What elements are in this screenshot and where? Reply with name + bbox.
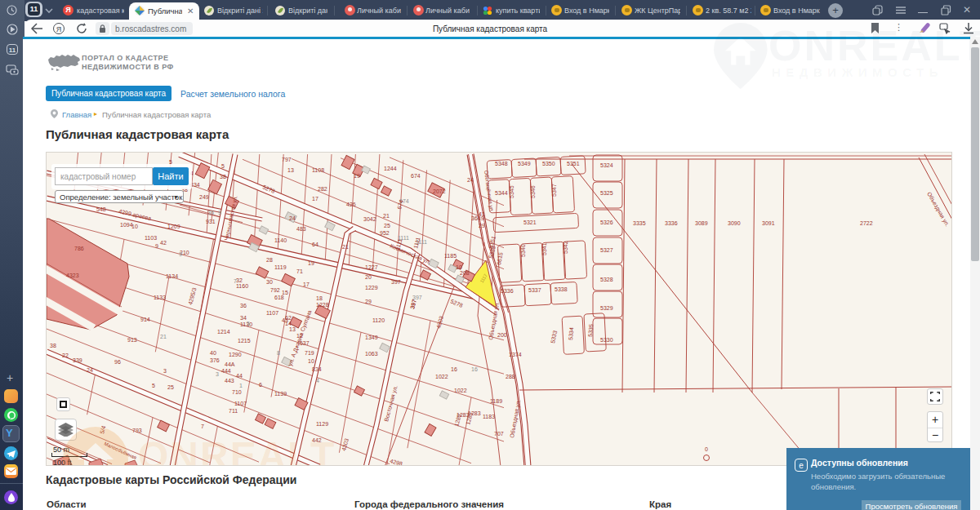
svg-text:1107: 1107 xyxy=(234,401,247,406)
svg-text:3336: 3336 xyxy=(665,220,678,226)
svg-text:24: 24 xyxy=(289,215,296,221)
svg-text:376: 376 xyxy=(210,357,220,363)
svg-text:1290: 1290 xyxy=(229,352,242,357)
svg-text:ONREALT: ONREALT xyxy=(138,434,336,466)
svg-text:711: 711 xyxy=(229,408,238,414)
svg-text:5327: 5327 xyxy=(600,247,613,253)
svg-text:397: 397 xyxy=(391,279,401,285)
svg-text:2072: 2072 xyxy=(433,188,446,194)
svg-text:5321: 5321 xyxy=(523,220,537,225)
svg-text:14: 14 xyxy=(285,321,292,326)
svg-text:62: 62 xyxy=(285,315,292,321)
svg-text:5336: 5336 xyxy=(501,288,514,294)
svg-text:1228: 1228 xyxy=(316,302,329,308)
svg-text:96: 96 xyxy=(114,359,121,365)
svg-text:28: 28 xyxy=(266,257,273,263)
svg-text:1189: 1189 xyxy=(490,398,502,404)
svg-text:17: 17 xyxy=(312,196,318,202)
svg-text:1209: 1209 xyxy=(167,224,180,229)
svg-text:288: 288 xyxy=(506,374,515,379)
svg-text:44: 44 xyxy=(236,373,243,379)
svg-text:249: 249 xyxy=(199,194,209,200)
svg-text:9: 9 xyxy=(218,210,221,215)
svg-text:1022: 1022 xyxy=(435,374,448,379)
svg-text:618: 618 xyxy=(274,295,284,300)
svg-text:36: 36 xyxy=(207,210,214,215)
svg-text:9: 9 xyxy=(155,243,158,249)
svg-text:200: 200 xyxy=(497,332,507,338)
svg-text:13: 13 xyxy=(287,167,294,173)
svg-text:3091: 3091 xyxy=(762,220,775,226)
svg-text:5349: 5349 xyxy=(518,161,531,166)
svg-text:1134: 1134 xyxy=(166,273,178,279)
svg-text:71: 71 xyxy=(296,268,303,274)
svg-text:5: 5 xyxy=(247,321,250,326)
svg-text:1063: 1063 xyxy=(365,351,378,357)
svg-text:24: 24 xyxy=(467,177,474,183)
svg-text:38: 38 xyxy=(220,174,226,180)
svg-text:5326: 5326 xyxy=(600,220,613,225)
svg-text:1183: 1183 xyxy=(483,414,495,419)
svg-text:1349: 1349 xyxy=(365,335,378,340)
svg-text:5: 5 xyxy=(152,383,155,388)
svg-text:1227: 1227 xyxy=(365,264,378,270)
svg-text:1107: 1107 xyxy=(266,310,278,316)
svg-text:426: 426 xyxy=(346,202,356,207)
svg-text:443: 443 xyxy=(225,378,234,384)
svg-text:5325: 5325 xyxy=(600,190,613,196)
svg-text:834: 834 xyxy=(312,366,322,372)
svg-text:931: 931 xyxy=(206,219,216,224)
svg-text:10: 10 xyxy=(131,224,138,229)
svg-text:1022: 1022 xyxy=(454,388,467,393)
svg-text:10: 10 xyxy=(308,358,314,364)
svg-text:5344: 5344 xyxy=(495,190,508,196)
svg-text:15: 15 xyxy=(282,290,288,295)
svg-text:5347: 5347 xyxy=(551,184,557,197)
svg-text:1133: 1133 xyxy=(154,295,166,300)
svg-text:5337: 5337 xyxy=(528,287,541,293)
svg-text:1229: 1229 xyxy=(365,285,378,290)
svg-text:3042: 3042 xyxy=(363,216,376,222)
svg-text:5329: 5329 xyxy=(600,305,613,311)
svg-text:17: 17 xyxy=(303,282,310,287)
svg-text:913: 913 xyxy=(127,337,137,343)
svg-text:41: 41 xyxy=(479,211,485,217)
svg-text:25: 25 xyxy=(384,223,390,228)
svg-text:3089: 3089 xyxy=(695,220,708,226)
svg-text:1120: 1120 xyxy=(372,317,385,323)
svg-text:19: 19 xyxy=(354,173,360,179)
svg-text:34: 34 xyxy=(240,315,247,321)
svg-text:24: 24 xyxy=(87,367,93,373)
svg-text:22: 22 xyxy=(62,353,69,358)
svg-text:1244: 1244 xyxy=(384,166,397,171)
svg-text:3: 3 xyxy=(216,371,219,377)
svg-text:40: 40 xyxy=(210,350,216,356)
svg-text:38: 38 xyxy=(50,343,56,348)
svg-text:3335: 3335 xyxy=(633,220,646,226)
svg-text:5324: 5324 xyxy=(600,162,613,168)
svg-text:707: 707 xyxy=(494,431,504,437)
svg-text:30: 30 xyxy=(266,279,273,285)
svg-text:5335: 5335 xyxy=(587,324,594,337)
svg-text:208: 208 xyxy=(460,270,470,276)
svg-text:1119: 1119 xyxy=(274,264,287,270)
svg-text:4323: 4323 xyxy=(66,273,79,278)
svg-text:5342: 5342 xyxy=(563,241,568,254)
svg-text:13: 13 xyxy=(289,326,296,332)
svg-text:5330: 5330 xyxy=(600,337,613,343)
svg-text:5340: 5340 xyxy=(520,244,526,257)
svg-text:9: 9 xyxy=(179,251,182,257)
svg-text:548: 548 xyxy=(96,206,106,212)
svg-text:6: 6 xyxy=(259,382,262,388)
svg-text:64: 64 xyxy=(312,242,318,247)
svg-text:1108: 1108 xyxy=(312,167,324,173)
svg-text:29: 29 xyxy=(479,223,485,228)
svg-text:10: 10 xyxy=(456,264,462,270)
svg-text:1139: 1139 xyxy=(274,391,287,397)
svg-text:5: 5 xyxy=(221,163,225,169)
svg-text:5341: 5341 xyxy=(541,242,547,255)
svg-text:5328: 5328 xyxy=(600,277,613,282)
svg-text:710: 710 xyxy=(232,389,242,395)
svg-text:7: 7 xyxy=(234,278,237,284)
svg-text:16: 16 xyxy=(451,366,457,372)
